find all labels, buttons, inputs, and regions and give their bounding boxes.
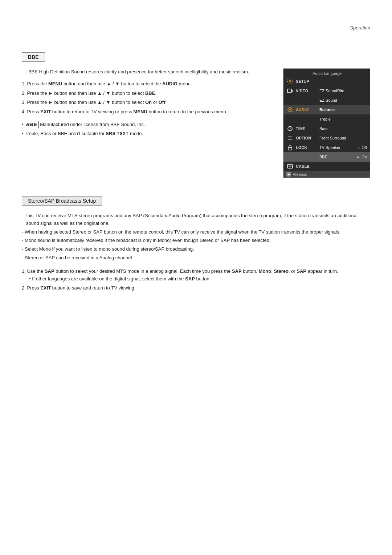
bbe-step-2: 2. Press the ► button and then use ▲ / ▼…: [22, 90, 272, 97]
menu-row-ezsound: EZ Sound: [283, 96, 370, 105]
stereo-step-1: 1. Use the SAP button to select your des…: [22, 268, 370, 283]
menu-row-cable: CABLE: [283, 162, 370, 171]
stereo-bullet-3: Mono sound is automatically received if …: [22, 237, 370, 244]
bbe-step-1: 1. Press the MENU button and then use ▲ …: [22, 80, 272, 88]
main-content: BBE BBE High Definition Sound restores c…: [0, 31, 392, 292]
menu-row-time: TIME Bass: [283, 124, 370, 133]
menu-bottom-bar: ■ Previous: [283, 171, 370, 178]
bbe-brand-logo: BBE: [25, 121, 38, 128]
lock-icon: [286, 144, 294, 151]
bbe-text-area: BBE High Definition Sound restores clari…: [22, 68, 272, 139]
time-item: Bass: [319, 126, 367, 131]
lock-item: TV Speaker: [319, 145, 358, 150]
menu-row-video: VIDEO EZ SoundRite: [283, 86, 370, 96]
bbe-content-area: BBE High Definition Sound restores clari…: [22, 68, 370, 178]
operation-label: Operation: [350, 25, 370, 31]
menu-header-label: Audio Language: [313, 71, 342, 76]
time-icon: [286, 125, 294, 132]
bottom-divider: [22, 548, 370, 548]
stereo-bullet-5: Stereo or SAP can be received in a Analo…: [22, 254, 370, 262]
setup-label: SETUP: [296, 79, 319, 84]
treble-item: Treble: [319, 117, 367, 121]
bbe-note-2: Treble, Bass or BBE aren't suitable for …: [22, 130, 272, 138]
option-icon: [286, 134, 294, 142]
prev-label: Previous: [293, 173, 307, 177]
operation-header: Operation: [0, 22, 392, 31]
video-icon: [286, 87, 294, 94]
bbe-menu-item: BBE: [319, 155, 356, 159]
svg-rect-0: [287, 89, 291, 93]
bbe-menu-value: ► On: [356, 155, 367, 159]
video-label: VIDEO: [296, 89, 319, 93]
svg-rect-5: [288, 147, 292, 150]
time-label: TIME: [296, 126, 319, 131]
treble-spacer: [286, 116, 294, 123]
menu-row-setup: SETUP: [283, 77, 370, 86]
audio-item: Balance: [319, 108, 367, 112]
menu-row-option: OPTION Front Surround: [283, 133, 370, 143]
bbe-notes-list: BBE Manufactured under license from BBE …: [22, 121, 272, 138]
stereo-bullet-4: Select Mono if you want to listen to mon…: [22, 246, 370, 253]
menu-row-audio: AUDIO Balance: [283, 105, 370, 114]
bbe-steps-list: 1. Press the MENU button and then use ▲ …: [22, 80, 272, 116]
menu-header-row: Audio Language: [283, 69, 370, 77]
svg-point-3: [289, 109, 291, 110]
bbe-step-4: 4. Press EXIT button to return to TV vie…: [22, 108, 272, 116]
ezsound-spacer: [286, 97, 294, 104]
bbe-step-3: 3. Press the ► button and then use ▲ / ▼…: [22, 99, 272, 106]
lock-value: ✓ Off: [358, 145, 367, 150]
stereo-step-1-sub: If other languages are available on the …: [22, 275, 370, 283]
bbe-section: BBE BBE High Definition Sound restores c…: [22, 52, 370, 178]
cable-label: CABLE: [296, 164, 319, 169]
menu-row-lock: LOCK TV Speaker ✓ Off: [283, 143, 370, 152]
bbe-note-1: BBE Manufactured under license from BBE …: [22, 121, 272, 129]
audio-label: AUDIO: [296, 108, 319, 112]
video-item: EZ SoundRite: [319, 89, 367, 93]
stereo-bullet-2: When having selected Stereo or SAP butto…: [22, 228, 370, 236]
option-item: Front Surround: [319, 136, 367, 140]
cable-icon: [286, 163, 294, 170]
option-label: OPTION: [296, 136, 319, 140]
stereo-bullets-list: This TV can receive MTS stereo programs …: [22, 212, 370, 262]
stereo-title: Stereo/SAP Broadcasts Setup: [22, 196, 102, 206]
setup-icon: [286, 78, 294, 85]
menu-row-bbe: BBE ► On: [283, 152, 370, 162]
ezsound-item: EZ Sound: [319, 98, 367, 102]
bbe-menu-spacer: [286, 153, 294, 161]
svg-rect-7: [289, 166, 291, 167]
stereo-bullet-1: This TV can receive MTS stereo programs …: [22, 212, 370, 227]
stereo-step-2: 2. Press EXIT button to save and return …: [22, 284, 370, 292]
stereo-section: Stereo/SAP Broadcasts Setup This TV can …: [22, 196, 370, 292]
footer-area: Operating Guide 29: [0, 548, 392, 555]
bbe-intro: BBE High Definition Sound restores clari…: [22, 68, 272, 76]
page-container: Operation BBE BBE High Definition Sound …: [0, 22, 392, 555]
audio-icon: [286, 106, 294, 113]
stereo-steps-list: 1. Use the SAP button to select your des…: [22, 268, 370, 292]
prev-btn-icon: ■: [286, 172, 291, 177]
menu-row-treble: Treble: [283, 114, 370, 124]
bbe-title: BBE: [22, 52, 45, 62]
menu-diagram: Audio Language SETUP VIDEO: [283, 68, 370, 178]
lock-label: LOCK: [296, 145, 319, 150]
